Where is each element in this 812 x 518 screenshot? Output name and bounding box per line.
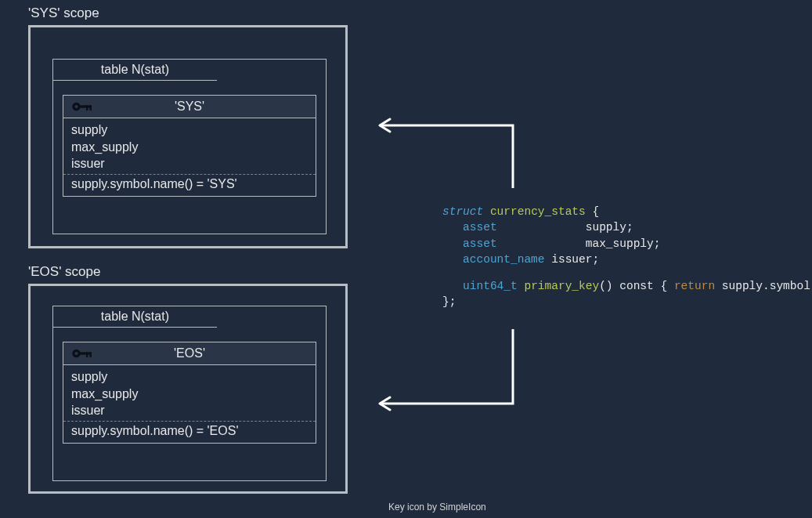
record-key-label-eos: 'EOS' — [93, 346, 308, 360]
key-icon — [71, 347, 93, 360]
svg-rect-8 — [86, 352, 88, 357]
field-issuer: issuer — [71, 155, 308, 172]
scope-label-sys: 'SYS' scope — [28, 5, 99, 21]
field-max-supply: max_supply — [71, 139, 308, 156]
arrow-to-sys — [368, 106, 525, 192]
code-line-6: }; — [442, 294, 812, 310]
field-supply: supply — [71, 368, 308, 386]
scope-box-eos: table N(stat) 'EOS' supply max_supply is… — [28, 284, 348, 494]
code-line-4: account_name issuer; — [442, 252, 812, 267]
svg-rect-3 — [86, 105, 88, 110]
code-line-2: asset supply; — [442, 219, 812, 235]
svg-point-6 — [74, 352, 78, 355]
record-key-row-sys: 'SYS' — [63, 96, 316, 118]
record-fields-sys: supply max_supply issuer — [63, 118, 316, 175]
record-pk-eos: supply.symbol.name() = 'EOS' — [63, 422, 316, 443]
table-header-eos: table N(stat) — [53, 306, 217, 328]
record-sys: 'SYS' supply max_supply issuer supply.sy… — [63, 95, 316, 197]
arrow-to-eos — [368, 325, 525, 411]
attribution-text: Key icon by SimpleIcon — [388, 502, 486, 513]
table-sys: table N(stat) 'SYS' supply max_supply is… — [52, 59, 327, 234]
code-line-5: uint64_t primary_key() const { return su… — [442, 278, 812, 294]
field-supply: supply — [71, 121, 308, 139]
field-max-supply: max_supply — [71, 386, 308, 403]
record-key-label-sys: 'SYS' — [93, 100, 308, 114]
table-header-sys: table N(stat) — [53, 60, 217, 81]
key-icon — [71, 100, 93, 113]
code-line-3: asset max_supply; — [442, 236, 812, 252]
scope-box-sys: table N(stat) 'SYS' supply max_supply is… — [28, 25, 348, 248]
record-eos: 'EOS' supply max_supply issuer supply.sy… — [63, 342, 316, 444]
code-line-1: struct currency_stats { — [442, 204, 812, 219]
code-block: struct currency_stats { asset supply; as… — [442, 204, 812, 310]
scope-label-eos: 'EOS' scope — [28, 264, 100, 280]
record-fields-eos: supply max_supply issuer — [63, 365, 316, 422]
table-eos: table N(stat) 'EOS' supply max_supply is… — [52, 306, 327, 481]
field-issuer: issuer — [71, 402, 308, 419]
record-key-row-eos: 'EOS' — [63, 342, 316, 365]
svg-rect-9 — [90, 352, 92, 357]
record-pk-sys: supply.symbol.name() = 'SYS' — [63, 175, 316, 196]
svg-point-1 — [74, 105, 78, 108]
svg-rect-4 — [90, 105, 92, 110]
